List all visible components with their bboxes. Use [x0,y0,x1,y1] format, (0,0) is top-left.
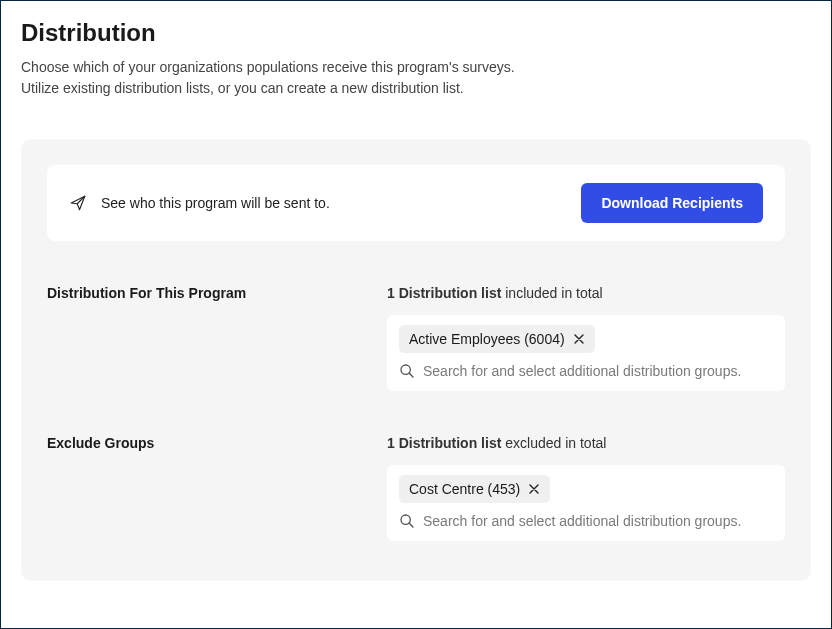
include-chip-label: Active Employees (6004) [409,331,565,347]
recipients-card: See who this program will be sent to. Do… [47,165,785,241]
include-count-bold: 1 Distribution list [387,285,501,301]
page-title: Distribution [21,19,811,47]
include-chip: Active Employees (6004) [399,325,595,353]
include-picker: Active Employees (6004) [387,315,785,391]
subtitle-line-2: Utilize existing distribution lists, or … [21,80,464,96]
page-frame: Distribution Choose which of your organi… [0,0,832,629]
include-label: Distribution For This Program [47,285,367,391]
exclude-search-row [399,513,773,529]
subtitle-line-1: Choose which of your organizations popul… [21,59,515,75]
close-icon[interactable] [573,333,585,345]
search-icon [399,513,415,529]
page-subtitle: Choose which of your organizations popul… [21,57,811,99]
recipients-text: See who this program will be sent to. [101,195,330,211]
close-icon[interactable] [528,483,540,495]
download-recipients-button[interactable]: Download Recipients [581,183,763,223]
include-count: 1 Distribution list included in total [387,285,785,301]
send-icon [69,194,87,212]
exclude-count-rest: excluded in total [501,435,606,451]
include-search-input[interactable] [423,363,773,379]
exclude-label: Exclude Groups [47,435,367,541]
exclude-picker: Cost Centre (453) [387,465,785,541]
include-count-rest: included in total [501,285,602,301]
exclude-chip-label: Cost Centre (453) [409,481,520,497]
exclude-count-bold: 1 Distribution list [387,435,501,451]
exclude-chip: Cost Centre (453) [399,475,550,503]
include-section: Distribution For This Program 1 Distribu… [47,285,785,391]
include-search-row [399,363,773,379]
exclude-count: 1 Distribution list excluded in total [387,435,785,451]
exclude-section: Exclude Groups 1 Distribution list exclu… [47,435,785,541]
distribution-panel: See who this program will be sent to. Do… [21,139,811,581]
exclude-right: 1 Distribution list excluded in total Co… [387,435,785,541]
search-icon [399,363,415,379]
include-right: 1 Distribution list included in total Ac… [387,285,785,391]
recipients-info: See who this program will be sent to. [69,194,330,212]
exclude-search-input[interactable] [423,513,773,529]
